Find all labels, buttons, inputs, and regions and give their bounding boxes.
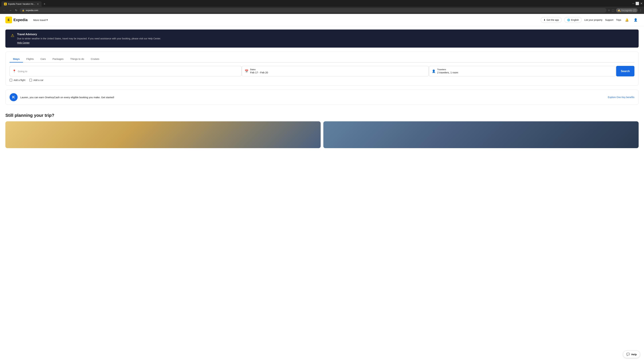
search-extras: Add a flight Add a car — [10, 79, 634, 81]
more-travel-label: More travel — [33, 18, 46, 21]
url-text: expedia.com — [26, 9, 604, 11]
logo-text: Expedia — [14, 18, 28, 22]
warning-icon: ⚠ — [11, 33, 14, 38]
car-checkbox-box[interactable] — [29, 79, 32, 81]
advisory-title: Travel Advisory — [17, 33, 161, 36]
explore-onekey-link[interactable]: Explore One Key benefits — [608, 96, 634, 98]
expedia-logo[interactable]: E Expedia — [5, 16, 28, 23]
add-car-checkbox[interactable]: Add a car — [29, 79, 44, 81]
maximize-button[interactable]: ⬜ — [636, 2, 639, 5]
chat-icon: 💬 — [626, 353, 630, 356]
travelers-icon: 👤 — [432, 69, 436, 73]
add-flight-label: Add a flight — [14, 79, 25, 81]
active-tab[interactable]: E Expedia Travel: Vacation Home... ✕ — [1, 1, 42, 7]
user-icon: 👤 — [634, 18, 638, 22]
minimize-button[interactable]: ─ — [632, 2, 634, 5]
incognito-label: Incognito (2) — [621, 9, 636, 12]
browser-toolbar: ← → ↻ 🔒 expedia.com ☆ ⬚ 🕵 Incognito (2) … — [0, 7, 644, 14]
language-button[interactable]: 🌐 English — [564, 17, 582, 23]
incognito-badge: 🕵 Incognito (2) — [616, 8, 638, 12]
tab-favicon: E — [4, 3, 7, 5]
travel-advisory-banner: ⚠ Travel Advisory Due to winter weather … — [5, 29, 639, 48]
chevron-down-icon: ▾ — [46, 18, 48, 21]
advisory-text: Due to winter weather in the United Stat… — [17, 37, 161, 40]
dates-value: Feb 17 - Feb 20 — [250, 71, 268, 74]
logo-icon: E — [5, 16, 12, 23]
list-property-link[interactable]: List your property — [584, 18, 602, 21]
search-button[interactable]: Search — [616, 66, 634, 76]
bookmark-icon[interactable]: ☆ — [608, 9, 610, 12]
still-planning-section: Still planning your trip? — [0, 109, 644, 152]
advisory-content: Travel Advisory Due to winter weather in… — [17, 33, 161, 44]
bell-icon: 🔔 — [625, 18, 629, 22]
search-inputs: 📍 Going to 📅 Dates Feb 17 - Feb 20 👤 Tra… — [10, 66, 634, 76]
add-car-label: Add a car — [33, 79, 44, 81]
browser-chrome: E Expedia Travel: Vacation Home... ✕ + ─… — [0, 0, 644, 14]
page-content: E Expedia More travel ▾ ⬇ Get the app 🌐 … — [0, 14, 644, 362]
tab-packages[interactable]: Packages — [49, 56, 67, 62]
window-controls: ─ ⬜ ✕ — [632, 2, 643, 6]
dates-label: Dates — [250, 68, 268, 71]
search-widget: Stays Flights Cars Packages Things to do… — [5, 52, 639, 86]
going-to-content: Going to — [18, 69, 27, 73]
planning-card-grid — [5, 121, 639, 148]
travelers-field[interactable]: 👤 Travelers 2 travelers, 1 room — [429, 66, 616, 76]
more-travel-button[interactable]: More travel ▾ — [32, 17, 50, 22]
add-flight-checkbox[interactable]: Add a flight — [10, 79, 25, 81]
incognito-icon: 🕵 — [617, 9, 621, 12]
trips-link[interactable]: Trips — [616, 18, 621, 21]
header-right: ⬇ Get the app 🌐 English List your proper… — [541, 17, 639, 23]
sidebar-icon[interactable]: ⬚ — [612, 9, 614, 12]
tab-stays[interactable]: Stays — [10, 56, 23, 62]
address-bar[interactable]: 🔒 expedia.com — [20, 8, 606, 12]
get-app-label: Get the app — [546, 18, 559, 21]
still-planning-title: Still planning your trip? — [5, 113, 639, 118]
new-tab-button[interactable]: + — [42, 2, 47, 6]
onekey-text: Lauren, you can earn OneKeyCash on every… — [20, 96, 605, 99]
tab-things-to-do[interactable]: Things to do — [67, 56, 88, 62]
tab-cars[interactable]: Cars — [37, 56, 49, 62]
support-link[interactable]: Support — [605, 18, 613, 21]
dates-field[interactable]: 📅 Dates Feb 17 - Feb 20 — [242, 66, 429, 76]
language-label: English — [571, 18, 579, 21]
reload-button[interactable]: ↻ — [14, 8, 18, 12]
search-tabs: Stays Flights Cars Packages Things to do… — [10, 56, 634, 62]
going-to-field[interactable]: 📍 Going to — [10, 66, 242, 76]
dates-content: Dates Feb 17 - Feb 20 — [250, 68, 268, 74]
location-icon: 📍 — [12, 69, 16, 73]
calendar-icon: 📅 — [245, 69, 248, 73]
planning-card-left[interactable] — [5, 121, 321, 148]
notifications-button[interactable]: 🔔 — [624, 17, 630, 23]
travelers-content: Travelers 2 travelers, 1 room — [437, 68, 458, 74]
tab-flights[interactable]: Flights — [23, 56, 37, 62]
download-icon: ⬇ — [544, 18, 546, 21]
toolbar-actions: ☆ ⬚ 🕵 Incognito (2) ⋮ — [608, 8, 642, 12]
travelers-value: 2 travelers, 1 room — [437, 71, 458, 74]
user-menu-button[interactable]: 👤 — [632, 17, 639, 23]
browser-menu-icon[interactable]: ⋮ — [639, 9, 642, 12]
onekey-avatar: K — [10, 93, 18, 101]
forward-button[interactable]: → — [8, 8, 13, 12]
onekey-banner: K Lauren, you can earn OneKeyCash on eve… — [5, 90, 639, 105]
help-button[interactable]: 💬 Help — [623, 351, 640, 358]
close-window-button[interactable]: ✕ — [640, 2, 643, 5]
get-app-button[interactable]: ⬇ Get the app — [541, 17, 562, 23]
going-to-placeholder: Going to — [18, 70, 27, 73]
planning-card-right[interactable] — [323, 121, 639, 148]
lock-icon: 🔒 — [22, 9, 24, 11]
tab-bar: E Expedia Travel: Vacation Home... ✕ + ─… — [0, 0, 644, 7]
tab-title: Expedia Travel: Vacation Home... — [8, 3, 36, 5]
tab-cruises[interactable]: Cruises — [88, 56, 103, 62]
travelers-label: Travelers — [437, 68, 458, 71]
help-center-link[interactable]: Help Center — [17, 41, 30, 44]
flight-checkbox-box[interactable] — [10, 79, 12, 81]
globe-icon: 🌐 — [567, 18, 570, 21]
expedia-header: E Expedia More travel ▾ ⬇ Get the app 🌐 … — [0, 14, 644, 26]
help-label: Help — [631, 353, 637, 356]
tab-close-button[interactable]: ✕ — [37, 3, 39, 5]
back-button[interactable]: ← — [2, 8, 7, 12]
